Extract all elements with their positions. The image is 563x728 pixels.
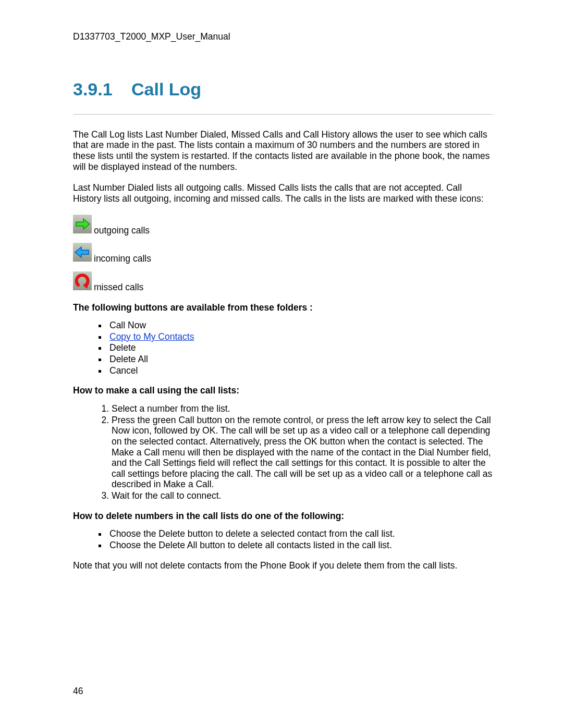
- howto-delete-heading: How to delete numbers in the call lists …: [73, 511, 493, 522]
- outgoing-label: outgoing calls: [94, 225, 150, 236]
- list-item: Copy to My Contacts: [107, 331, 493, 342]
- copy-to-my-contacts-link[interactable]: Copy to My Contacts: [109, 331, 194, 342]
- page: D1337703_T2000_MXP_User_Manual 3.9.1Call…: [0, 0, 563, 728]
- howto-call-heading: How to make a call using the call lists:: [73, 385, 493, 396]
- button-label: Cancel: [109, 365, 138, 376]
- page-number: 46: [73, 686, 83, 697]
- step-text: Select a number from the list.: [112, 403, 230, 414]
- section-heading: 3.9.1Call Log: [73, 79, 493, 100]
- outgoing-arrow-icon: [73, 215, 92, 236]
- howto-call-steps: Select a number from the list. Press the…: [73, 403, 493, 501]
- list-item: Cancel: [107, 365, 493, 376]
- note-paragraph: Note that you will not delete contacts f…: [73, 560, 493, 571]
- buttons-available-heading: The following buttons are available from…: [73, 302, 493, 313]
- intro-paragraph-1: The Call Log lists Last Number Dialed, M…: [73, 129, 493, 172]
- intro-paragraph-2: Last Number Dialed lists all outgoing ca…: [73, 182, 493, 204]
- howto-delete-list: Choose the Delete button to delete a sel…: [73, 528, 493, 550]
- document-header: D1337703_T2000_MXP_User_Manual: [73, 31, 493, 42]
- list-item: Select a number from the list.: [112, 403, 493, 414]
- step-text: Press the green Call button on the remot…: [112, 415, 492, 490]
- heading-rule: [73, 114, 493, 115]
- list-item: Call Now: [107, 320, 493, 331]
- incoming-arrow-icon: [73, 243, 92, 264]
- icon-row-missed: missed calls: [73, 272, 493, 293]
- step-text: Wait for the call to connect.: [112, 490, 221, 501]
- incoming-label: incoming calls: [94, 253, 151, 264]
- missed-label: missed calls: [94, 282, 143, 293]
- list-item: Wait for the call to connect.: [112, 490, 493, 501]
- delete-option-text: Choose the Delete All button to delete a…: [109, 540, 392, 550]
- list-item: Choose the Delete button to delete a sel…: [107, 528, 493, 539]
- delete-option-text: Choose the Delete button to delete a sel…: [109, 528, 395, 539]
- list-item: Delete All: [107, 354, 493, 365]
- button-label: Call Now: [109, 320, 146, 330]
- button-label: Delete: [109, 342, 136, 353]
- list-item: Delete: [107, 342, 493, 353]
- list-item: Press the green Call button on the remot…: [112, 415, 493, 490]
- button-label: Delete All: [109, 354, 148, 364]
- section-title: Call Log: [131, 79, 201, 99]
- list-item: Choose the Delete All button to delete a…: [107, 540, 493, 551]
- icon-row-outgoing: outgoing calls: [73, 215, 493, 236]
- buttons-list: Call Now Copy to My Contacts Delete Dele…: [73, 320, 493, 376]
- section-number: 3.9.1: [73, 79, 131, 100]
- icon-row-incoming: incoming calls: [73, 243, 493, 264]
- missed-arrow-icon: [73, 272, 92, 293]
